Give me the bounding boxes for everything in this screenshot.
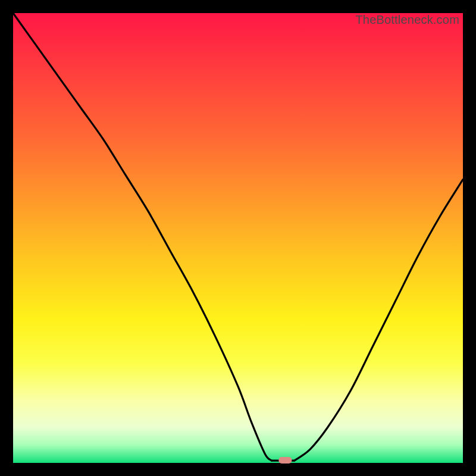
curve-right: [295, 180, 464, 461]
chart-overlay: [13, 13, 463, 463]
plot-area: TheBottleneck.com: [13, 13, 463, 463]
min-marker: [278, 457, 292, 464]
curve-left: [13, 13, 272, 461]
chart-frame: TheBottleneck.com: [0, 0, 476, 476]
